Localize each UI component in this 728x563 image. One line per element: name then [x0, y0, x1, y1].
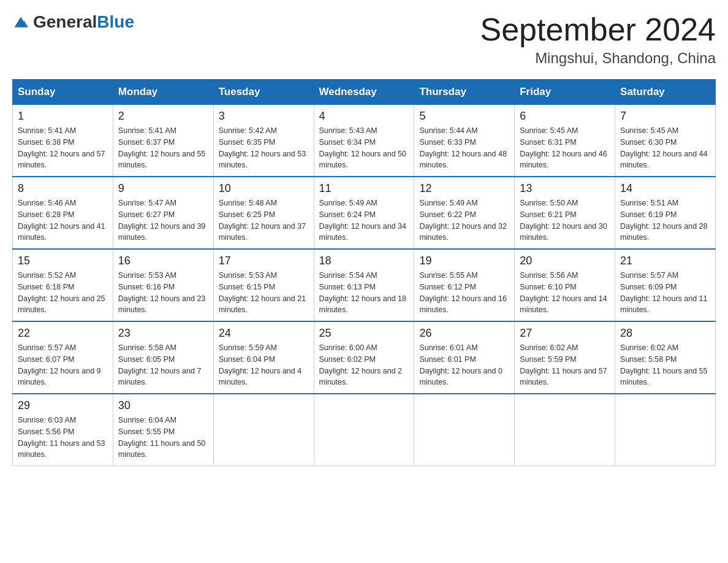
day-number: 28: [620, 327, 710, 340]
table-row: 27Sunrise: 6:02 AMSunset: 5:59 PMDayligh…: [515, 321, 615, 394]
day-number: 9: [118, 182, 208, 195]
day-number: 17: [219, 255, 309, 267]
day-info: Sunrise: 5:45 AMSunset: 6:31 PMDaylight:…: [520, 125, 610, 171]
day-number: 13: [520, 182, 610, 195]
day-info: Sunrise: 6:04 AMSunset: 5:55 PMDaylight:…: [118, 415, 208, 461]
day-info: Sunrise: 5:57 AMSunset: 6:07 PMDaylight:…: [18, 342, 108, 388]
table-row: 10Sunrise: 5:48 AMSunset: 6:25 PMDayligh…: [213, 177, 314, 249]
logo-wordmark: GeneralBlue: [33, 12, 134, 32]
table-row: 15Sunrise: 5:52 AMSunset: 6:18 PMDayligh…: [13, 249, 113, 321]
day-number: 27: [520, 327, 610, 340]
day-number: 10: [219, 182, 309, 195]
header-friday: Friday: [515, 80, 615, 105]
page-header: GeneralBlue September 2024 Mingshui, Sha…: [12, 12, 716, 67]
table-row: 28Sunrise: 6:02 AMSunset: 5:58 PMDayligh…: [615, 321, 716, 394]
day-info: Sunrise: 5:46 AMSunset: 6:28 PMDaylight:…: [18, 197, 108, 243]
day-number: 2: [118, 110, 208, 123]
table-row: 14Sunrise: 5:51 AMSunset: 6:19 PMDayligh…: [615, 177, 716, 249]
table-row: 26Sunrise: 6:01 AMSunset: 6:01 PMDayligh…: [414, 321, 515, 394]
table-row: 16Sunrise: 5:53 AMSunset: 6:16 PMDayligh…: [113, 249, 213, 321]
logo-text-general: General: [33, 12, 97, 31]
day-info: Sunrise: 5:49 AMSunset: 6:24 PMDaylight:…: [319, 197, 409, 243]
calendar-table: Sunday Monday Tuesday Wednesday Thursday…: [12, 79, 716, 466]
header-saturday: Saturday: [615, 80, 716, 105]
day-info: Sunrise: 5:49 AMSunset: 6:22 PMDaylight:…: [419, 197, 509, 243]
logo: GeneralBlue: [12, 12, 134, 32]
day-info: Sunrise: 6:02 AMSunset: 5:58 PMDaylight:…: [620, 342, 710, 388]
day-info: Sunrise: 6:03 AMSunset: 5:56 PMDaylight:…: [18, 415, 108, 461]
day-info: Sunrise: 5:53 AMSunset: 6:15 PMDaylight:…: [219, 270, 309, 316]
day-number: 18: [319, 255, 409, 267]
table-row: 7Sunrise: 5:45 AMSunset: 6:30 PMDaylight…: [615, 105, 716, 177]
day-info: Sunrise: 5:55 AMSunset: 6:12 PMDaylight:…: [419, 270, 509, 316]
day-number: 29: [18, 399, 108, 412]
week-row-1: 1Sunrise: 5:41 AMSunset: 6:38 PMDaylight…: [13, 105, 716, 177]
week-row-5: 29Sunrise: 6:03 AMSunset: 5:56 PMDayligh…: [13, 394, 716, 466]
header-tuesday: Tuesday: [213, 80, 314, 105]
day-number: 23: [118, 327, 208, 340]
table-row: [314, 394, 414, 466]
table-row: [213, 394, 314, 466]
day-info: Sunrise: 5:44 AMSunset: 6:33 PMDaylight:…: [419, 125, 509, 171]
day-number: 15: [18, 255, 108, 267]
table-row: 1Sunrise: 5:41 AMSunset: 6:38 PMDaylight…: [13, 105, 113, 177]
day-info: Sunrise: 5:54 AMSunset: 6:13 PMDaylight:…: [319, 270, 409, 316]
table-row: 22Sunrise: 5:57 AMSunset: 6:07 PMDayligh…: [13, 321, 113, 394]
table-row: 13Sunrise: 5:50 AMSunset: 6:21 PMDayligh…: [515, 177, 615, 249]
day-info: Sunrise: 5:52 AMSunset: 6:18 PMDaylight:…: [18, 270, 108, 316]
table-row: [414, 394, 515, 466]
header-wednesday: Wednesday: [314, 80, 414, 105]
day-number: 19: [419, 255, 509, 267]
day-info: Sunrise: 5:50 AMSunset: 6:21 PMDaylight:…: [520, 197, 610, 243]
day-info: Sunrise: 5:56 AMSunset: 6:10 PMDaylight:…: [520, 270, 610, 316]
day-number: 14: [620, 182, 710, 195]
table-row: 29Sunrise: 6:03 AMSunset: 5:56 PMDayligh…: [13, 394, 113, 466]
day-info: Sunrise: 5:48 AMSunset: 6:25 PMDaylight:…: [219, 197, 309, 243]
day-info: Sunrise: 6:01 AMSunset: 6:01 PMDaylight:…: [419, 342, 509, 388]
day-info: Sunrise: 5:43 AMSunset: 6:34 PMDaylight:…: [319, 125, 409, 171]
table-row: 4Sunrise: 5:43 AMSunset: 6:34 PMDaylight…: [314, 105, 414, 177]
table-row: 20Sunrise: 5:56 AMSunset: 6:10 PMDayligh…: [515, 249, 615, 321]
calendar-subtitle: Mingshui, Shandong, China: [480, 50, 716, 67]
week-row-2: 8Sunrise: 5:46 AMSunset: 6:28 PMDaylight…: [13, 177, 716, 249]
day-info: Sunrise: 5:47 AMSunset: 6:27 PMDaylight:…: [118, 197, 208, 243]
day-number: 12: [419, 182, 509, 195]
table-row: 3Sunrise: 5:42 AMSunset: 6:35 PMDaylight…: [213, 105, 314, 177]
table-row: 5Sunrise: 5:44 AMSunset: 6:33 PMDaylight…: [414, 105, 515, 177]
week-row-3: 15Sunrise: 5:52 AMSunset: 6:18 PMDayligh…: [13, 249, 716, 321]
table-row: 12Sunrise: 5:49 AMSunset: 6:22 PMDayligh…: [414, 177, 515, 249]
table-row: [615, 394, 716, 466]
day-info: Sunrise: 5:42 AMSunset: 6:35 PMDaylight:…: [219, 125, 309, 171]
day-number: 11: [319, 182, 409, 195]
title-section: September 2024 Mingshui, Shandong, China: [480, 12, 716, 67]
table-row: 21Sunrise: 5:57 AMSunset: 6:09 PMDayligh…: [615, 249, 716, 321]
day-number: 1: [18, 110, 108, 123]
table-row: 19Sunrise: 5:55 AMSunset: 6:12 PMDayligh…: [414, 249, 515, 321]
table-row: 8Sunrise: 5:46 AMSunset: 6:28 PMDaylight…: [13, 177, 113, 249]
day-number: 26: [419, 327, 509, 340]
table-row: 9Sunrise: 5:47 AMSunset: 6:27 PMDaylight…: [113, 177, 213, 249]
weekday-header-row: Sunday Monday Tuesday Wednesday Thursday…: [13, 80, 716, 105]
day-number: 4: [319, 110, 409, 123]
day-info: Sunrise: 5:58 AMSunset: 6:05 PMDaylight:…: [118, 342, 208, 388]
day-number: 25: [319, 327, 409, 340]
day-number: 20: [520, 255, 610, 267]
day-info: Sunrise: 5:51 AMSunset: 6:19 PMDaylight:…: [620, 197, 710, 243]
table-row: 17Sunrise: 5:53 AMSunset: 6:15 PMDayligh…: [213, 249, 314, 321]
week-row-4: 22Sunrise: 5:57 AMSunset: 6:07 PMDayligh…: [13, 321, 716, 394]
day-info: Sunrise: 5:57 AMSunset: 6:09 PMDaylight:…: [620, 270, 710, 316]
day-number: 8: [18, 182, 108, 195]
day-number: 22: [18, 327, 108, 340]
table-row: 24Sunrise: 5:59 AMSunset: 6:04 PMDayligh…: [213, 321, 314, 394]
day-number: 3: [219, 110, 309, 123]
day-info: Sunrise: 5:45 AMSunset: 6:30 PMDaylight:…: [620, 125, 710, 171]
logo-text-blue: Blue: [97, 12, 134, 31]
day-info: Sunrise: 5:41 AMSunset: 6:37 PMDaylight:…: [118, 125, 208, 171]
day-number: 7: [620, 110, 710, 123]
header-monday: Monday: [113, 80, 213, 105]
table-row: 2Sunrise: 5:41 AMSunset: 6:37 PMDaylight…: [113, 105, 213, 177]
day-info: Sunrise: 5:41 AMSunset: 6:38 PMDaylight:…: [18, 125, 108, 171]
table-row: 30Sunrise: 6:04 AMSunset: 5:55 PMDayligh…: [113, 394, 213, 466]
table-row: 25Sunrise: 6:00 AMSunset: 6:02 PMDayligh…: [314, 321, 414, 394]
day-number: 24: [219, 327, 309, 340]
